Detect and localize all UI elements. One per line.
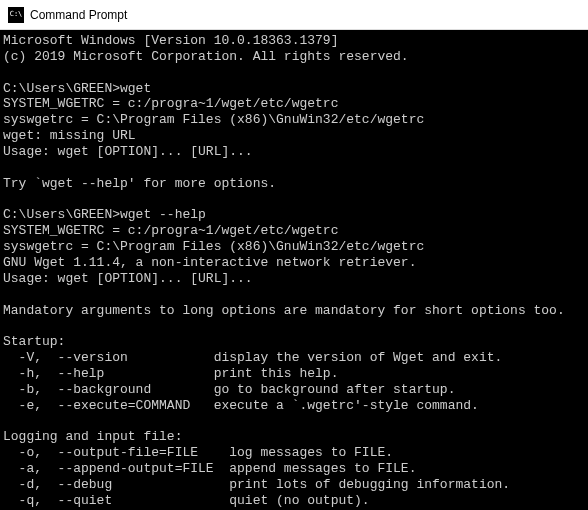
titlebar[interactable]: Command Prompt (0, 0, 588, 30)
window: Command Prompt Microsoft Windows [Versio… (0, 0, 588, 510)
terminal-area[interactable]: Microsoft Windows [Version 10.0.18363.13… (0, 30, 588, 510)
cmd-icon (8, 7, 24, 23)
window-title: Command Prompt (30, 8, 127, 22)
